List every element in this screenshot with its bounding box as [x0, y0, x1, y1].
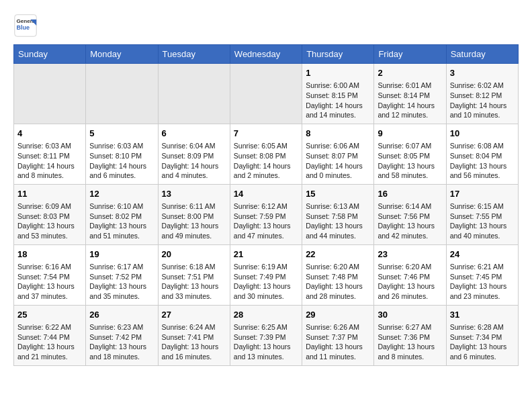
- day-number: 7: [234, 128, 298, 140]
- calendar-week-4: 18Sunrise: 6:16 AM Sunset: 7:54 PM Dayli…: [14, 244, 519, 305]
- day-content: Sunrise: 6:11 AM Sunset: 8:00 PM Dayligh…: [162, 201, 226, 241]
- col-header-sunday: Sunday: [14, 45, 86, 64]
- day-number: 12: [89, 188, 154, 200]
- day-content: Sunrise: 6:15 AM Sunset: 7:55 PM Dayligh…: [450, 201, 515, 241]
- day-content: Sunrise: 6:07 AM Sunset: 8:05 PM Dayligh…: [378, 141, 442, 181]
- day-content: Sunrise: 6:23 AM Sunset: 7:42 PM Dayligh…: [89, 322, 154, 362]
- calendar-cell: 22Sunrise: 6:20 AM Sunset: 7:48 PM Dayli…: [302, 244, 374, 305]
- day-number: 24: [450, 248, 515, 261]
- day-content: Sunrise: 6:10 AM Sunset: 8:02 PM Dayligh…: [89, 201, 154, 241]
- calendar-cell: 12Sunrise: 6:10 AM Sunset: 8:02 PM Dayli…: [86, 184, 158, 244]
- calendar-cell: 24Sunrise: 6:21 AM Sunset: 7:45 PM Dayli…: [446, 244, 518, 305]
- day-content: Sunrise: 6:19 AM Sunset: 7:49 PM Dayligh…: [234, 262, 298, 302]
- day-content: Sunrise: 6:03 AM Sunset: 8:11 PM Dayligh…: [17, 141, 82, 181]
- calendar-cell: 10Sunrise: 6:08 AM Sunset: 8:04 PM Dayli…: [446, 124, 518, 184]
- day-number: 9: [378, 128, 442, 140]
- calendar-cell: 15Sunrise: 6:13 AM Sunset: 7:58 PM Dayli…: [302, 184, 374, 244]
- day-content: Sunrise: 6:01 AM Sunset: 8:14 PM Dayligh…: [378, 81, 442, 120]
- day-number: 17: [450, 188, 515, 200]
- col-header-saturday: Saturday: [446, 45, 518, 64]
- day-number: 18: [17, 248, 82, 261]
- calendar-cell: [158, 64, 230, 124]
- calendar-cell: 30Sunrise: 6:27 AM Sunset: 7:36 PM Dayli…: [374, 305, 446, 365]
- day-content: Sunrise: 6:25 AM Sunset: 7:39 PM Dayligh…: [234, 322, 298, 362]
- day-content: Sunrise: 6:20 AM Sunset: 7:46 PM Dayligh…: [378, 262, 442, 302]
- calendar-week-3: 11Sunrise: 6:09 AM Sunset: 8:03 PM Dayli…: [14, 184, 519, 244]
- calendar-cell: 5Sunrise: 6:03 AM Sunset: 8:10 PM Daylig…: [86, 124, 158, 184]
- day-number: 26: [89, 309, 154, 321]
- day-content: Sunrise: 6:16 AM Sunset: 7:54 PM Dayligh…: [17, 262, 82, 302]
- day-content: Sunrise: 6:02 AM Sunset: 8:12 PM Dayligh…: [450, 81, 515, 120]
- day-content: Sunrise: 6:20 AM Sunset: 7:48 PM Dayligh…: [306, 262, 370, 302]
- calendar-cell: 13Sunrise: 6:11 AM Sunset: 8:00 PM Dayli…: [158, 184, 230, 244]
- day-content: Sunrise: 6:06 AM Sunset: 8:07 PM Dayligh…: [306, 141, 370, 181]
- day-number: 8: [306, 128, 370, 140]
- svg-text:Blue: Blue: [17, 24, 30, 31]
- calendar-cell: 8Sunrise: 6:06 AM Sunset: 8:07 PM Daylig…: [302, 124, 374, 184]
- col-header-friday: Friday: [374, 45, 446, 64]
- calendar-cell: 1Sunrise: 6:00 AM Sunset: 8:15 PM Daylig…: [302, 64, 374, 124]
- day-number: 31: [450, 309, 515, 321]
- day-content: Sunrise: 6:03 AM Sunset: 8:10 PM Dayligh…: [89, 141, 154, 181]
- calendar-cell: 26Sunrise: 6:23 AM Sunset: 7:42 PM Dayli…: [86, 305, 158, 365]
- calendar-cell: 18Sunrise: 6:16 AM Sunset: 7:54 PM Dayli…: [14, 244, 86, 305]
- calendar-cell: 28Sunrise: 6:25 AM Sunset: 7:39 PM Dayli…: [230, 305, 302, 365]
- day-number: 6: [162, 128, 226, 140]
- day-number: 14: [234, 188, 298, 200]
- day-number: 20: [162, 248, 226, 261]
- calendar-week-1: 1Sunrise: 6:00 AM Sunset: 8:15 PM Daylig…: [14, 64, 519, 124]
- col-header-monday: Monday: [86, 45, 158, 64]
- calendar-cell: 27Sunrise: 6:24 AM Sunset: 7:41 PM Dayli…: [158, 305, 230, 365]
- day-number: 23: [378, 248, 442, 261]
- day-number: 29: [306, 309, 370, 321]
- day-number: 4: [17, 128, 82, 140]
- day-number: 5: [89, 128, 154, 140]
- calendar-cell: 29Sunrise: 6:26 AM Sunset: 7:37 PM Dayli…: [302, 305, 374, 365]
- calendar-cell: 17Sunrise: 6:15 AM Sunset: 7:55 PM Dayli…: [446, 184, 518, 244]
- logo-icon: General Blue: [13, 13, 38, 38]
- day-content: Sunrise: 6:27 AM Sunset: 7:36 PM Dayligh…: [378, 322, 442, 362]
- day-content: Sunrise: 6:18 AM Sunset: 7:51 PM Dayligh…: [162, 262, 226, 302]
- calendar-cell: 21Sunrise: 6:19 AM Sunset: 7:49 PM Dayli…: [230, 244, 302, 305]
- calendar-cell: 31Sunrise: 6:28 AM Sunset: 7:34 PM Dayli…: [446, 305, 518, 365]
- calendar-cell: 6Sunrise: 6:04 AM Sunset: 8:09 PM Daylig…: [158, 124, 230, 184]
- day-number: 30: [378, 309, 442, 321]
- day-number: 2: [378, 67, 442, 79]
- calendar-cell: 14Sunrise: 6:12 AM Sunset: 7:59 PM Dayli…: [230, 184, 302, 244]
- day-number: 15: [306, 188, 370, 200]
- day-content: Sunrise: 6:09 AM Sunset: 8:03 PM Dayligh…: [17, 201, 82, 241]
- header: General Blue: [13, 13, 519, 38]
- day-number: 27: [162, 309, 226, 321]
- day-number: 22: [306, 248, 370, 261]
- day-content: Sunrise: 6:12 AM Sunset: 7:59 PM Dayligh…: [234, 201, 298, 241]
- day-number: 21: [234, 248, 298, 261]
- calendar-cell: 9Sunrise: 6:07 AM Sunset: 8:05 PM Daylig…: [374, 124, 446, 184]
- calendar-cell: 20Sunrise: 6:18 AM Sunset: 7:51 PM Dayli…: [158, 244, 230, 305]
- day-number: 13: [162, 188, 226, 200]
- calendar-week-2: 4Sunrise: 6:03 AM Sunset: 8:11 PM Daylig…: [14, 124, 519, 184]
- calendar-cell: [86, 64, 158, 124]
- day-content: Sunrise: 6:04 AM Sunset: 8:09 PM Dayligh…: [162, 141, 226, 181]
- calendar-cell: 11Sunrise: 6:09 AM Sunset: 8:03 PM Dayli…: [14, 184, 86, 244]
- day-content: Sunrise: 6:21 AM Sunset: 7:45 PM Dayligh…: [450, 262, 515, 302]
- day-number: 1: [306, 67, 370, 79]
- day-content: Sunrise: 6:05 AM Sunset: 8:08 PM Dayligh…: [234, 141, 298, 181]
- day-content: Sunrise: 6:22 AM Sunset: 7:44 PM Dayligh…: [17, 322, 82, 362]
- day-content: Sunrise: 6:08 AM Sunset: 8:04 PM Dayligh…: [450, 141, 515, 181]
- day-content: Sunrise: 6:00 AM Sunset: 8:15 PM Dayligh…: [306, 81, 370, 120]
- day-content: Sunrise: 6:14 AM Sunset: 7:56 PM Dayligh…: [378, 201, 442, 241]
- day-number: 3: [450, 67, 515, 79]
- calendar-cell: 23Sunrise: 6:20 AM Sunset: 7:46 PM Dayli…: [374, 244, 446, 305]
- calendar-cell: 7Sunrise: 6:05 AM Sunset: 8:08 PM Daylig…: [230, 124, 302, 184]
- calendar-cell: [230, 64, 302, 124]
- calendar-cell: [14, 64, 86, 124]
- calendar-cell: 16Sunrise: 6:14 AM Sunset: 7:56 PM Dayli…: [374, 184, 446, 244]
- day-content: Sunrise: 6:28 AM Sunset: 7:34 PM Dayligh…: [450, 322, 515, 362]
- day-content: Sunrise: 6:26 AM Sunset: 7:37 PM Dayligh…: [306, 322, 370, 362]
- calendar-cell: 3Sunrise: 6:02 AM Sunset: 8:12 PM Daylig…: [446, 64, 518, 124]
- calendar-cell: 19Sunrise: 6:17 AM Sunset: 7:52 PM Dayli…: [86, 244, 158, 305]
- calendar-week-5: 25Sunrise: 6:22 AM Sunset: 7:44 PM Dayli…: [14, 305, 519, 365]
- day-number: 16: [378, 188, 442, 200]
- calendar-table: SundayMondayTuesdayWednesdayThursdayFrid…: [13, 44, 519, 366]
- day-number: 11: [17, 188, 82, 200]
